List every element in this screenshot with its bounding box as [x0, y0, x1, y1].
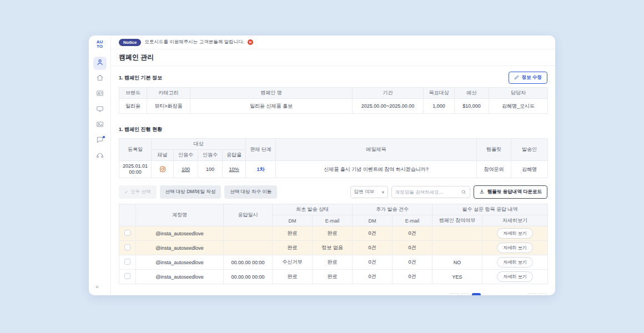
- pencil-icon: [514, 74, 520, 81]
- reg-date-line2: 00:00: [122, 169, 149, 175]
- pagination-page-2[interactable]: 2: [483, 293, 492, 295]
- sidebar-item-support[interactable]: [93, 150, 107, 163]
- cell-answered-at: 00.00.00 00:00: [224, 255, 273, 270]
- header-response-rate: 응답율: [223, 150, 246, 161]
- cell-first-dm: 완료: [273, 270, 313, 284]
- cell-count2: 100: [198, 161, 223, 178]
- notification-dot: [103, 136, 105, 138]
- responses-toolbar: ✓ 모두 선택 선택 대상 DM/메일 작성 선택 대상 차수 이동 답변 여부…: [119, 185, 547, 199]
- header-reg-date: 등록일: [119, 139, 152, 161]
- pagination-page-3[interactable]: 3: [494, 293, 503, 295]
- cell-answered-at: [224, 241, 273, 255]
- pagination-page-1[interactable]: 1: [472, 293, 481, 295]
- header-first-dm: DM: [273, 215, 313, 226]
- header-extra-send: 추가 발송 건수: [353, 204, 432, 215]
- cell-participation: [432, 241, 482, 255]
- answer-filter-value: 답변 여부: [354, 189, 374, 195]
- row-checkbox[interactable]: [124, 259, 130, 265]
- cell-extra-dm: 0건: [353, 226, 393, 241]
- cell-budget: $10,000: [455, 99, 489, 114]
- count1-link[interactable]: 100: [182, 167, 190, 172]
- app-logo: AU TO: [97, 40, 103, 49]
- response-row: @insta_autoseedlove 00.00.00 00:00 수신거부 …: [119, 255, 548, 270]
- page-title: 캠페인 관리: [119, 53, 154, 62]
- logo-line-2: TO: [97, 44, 103, 49]
- cell-response-rate: 10%: [223, 161, 246, 178]
- basic-info-section-head: 1. 캠페인 기본 정보 정보 수정: [119, 72, 547, 84]
- cell-participation: [432, 226, 482, 241]
- cell-extra-dm: 0건: [353, 255, 393, 270]
- pagination-prev-button[interactable]: <: [461, 293, 470, 295]
- pagination-last-button[interactable]: >|: [539, 293, 547, 295]
- cell-first-email: 정보 없음: [313, 241, 353, 255]
- download-icon: [479, 189, 485, 195]
- sidebar-item-profile[interactable]: [93, 57, 107, 70]
- cell-first-email: 완료: [313, 270, 353, 284]
- cell-stage: 1차: [246, 161, 276, 178]
- monitor-icon: [96, 105, 104, 115]
- cell-account: @insta_autoseedlove: [136, 241, 224, 255]
- header-first-send: 최초 발송 상태: [273, 204, 353, 215]
- answer-filter-select[interactable]: 답변 여부 ▾: [350, 186, 388, 198]
- compose-dm-button[interactable]: 선택 대상 DM/메일 작성: [160, 185, 222, 199]
- sidebar-item-home[interactable]: [93, 72, 107, 85]
- cell-first-dm: 수신거부: [273, 255, 313, 270]
- cell-account: @insta_autoseedlove: [136, 255, 224, 270]
- cell-account: @insta_autoseedlove: [136, 226, 224, 241]
- cell-manager: 김혜명_오시드: [489, 99, 548, 114]
- detail-button[interactable]: 자세히 보기: [497, 271, 532, 282]
- row-checkbox[interactable]: [124, 244, 130, 250]
- header-survey: 필수 설문 항목 응답 내역: [432, 204, 548, 215]
- search-input[interactable]: [395, 189, 459, 195]
- pagination-first-button[interactable]: |<: [450, 293, 459, 295]
- edit-info-button[interactable]: 정보 수정: [509, 72, 547, 84]
- progress-section-head: 1. 캠페인 진행 현황: [119, 124, 547, 135]
- cell-template: 참여문의: [477, 161, 511, 178]
- cell-first-email: 완료: [313, 226, 353, 241]
- app-window: AU TO » Notice 오토시드를 이용해주시는 고: [89, 36, 555, 295]
- pagination-next-button[interactable]: >: [527, 293, 536, 295]
- cell-reg-date: 2025.01.01 00:00: [119, 161, 152, 178]
- main-area: Notice 오토시드를 이용해주시는 고객분들께 알립니다. N 캠페인 관리…: [111, 36, 555, 295]
- cell-participation: YES: [432, 270, 482, 284]
- detail-button[interactable]: 자세히 보기: [497, 228, 532, 239]
- row-checkbox[interactable]: [124, 230, 130, 236]
- select-all-button[interactable]: ✓ 모두 선택: [119, 185, 157, 199]
- download-label: 템플릿 응답내역 다운로드: [487, 189, 542, 195]
- sidebar-item-media[interactable]: [93, 119, 107, 132]
- cell-campaign-name: 일리윤 신제품 홍보: [190, 99, 353, 114]
- cell-channel: [152, 161, 174, 178]
- contact-card-icon: [96, 89, 104, 99]
- cell-detail: 자세히 보기: [482, 226, 548, 241]
- sidebar-item-chat[interactable]: [93, 134, 107, 148]
- response-rate-link[interactable]: 10%: [229, 167, 239, 172]
- detail-button[interactable]: 자세히 보기: [497, 243, 532, 253]
- title-bar: 캠페인 관리: [111, 49, 555, 66]
- sidebar-item-campaign[interactable]: [93, 88, 107, 101]
- move-stage-button[interactable]: 선택 대상 차수 이동: [224, 185, 277, 199]
- cell-count1: 100: [174, 161, 198, 178]
- sidebar-item-messages[interactable]: [93, 103, 107, 117]
- sidebar-collapse-button[interactable]: »: [89, 284, 99, 290]
- select-all-label: 모두 선택: [130, 189, 150, 195]
- cell-extra-email: 0건: [393, 270, 432, 284]
- pagination-page-4[interactable]: 4: [505, 293, 514, 295]
- pagination-page-5[interactable]: 5: [516, 293, 525, 295]
- section-title-progress: 1. 캠페인 진행 현황: [119, 126, 162, 133]
- header-mail-subject: 메일제목: [276, 139, 477, 161]
- header-checkbox: [119, 204, 136, 226]
- header-first-email: E-mail: [313, 215, 353, 226]
- cell-first-email: 완료: [313, 255, 353, 270]
- detail-button[interactable]: 자세히 보기: [497, 257, 532, 268]
- reg-date-line1: 2025.01.01: [122, 163, 149, 169]
- download-button[interactable]: 템플릿 응답내역 다운로드: [474, 185, 547, 199]
- notice-text: 오토시드를 이용해주시는 고객분들께 알립니다.: [144, 39, 244, 46]
- sidebar: AU TO »: [89, 36, 111, 295]
- cell-period: 2025.00.00~2025.00.00: [353, 99, 424, 114]
- profile-icon: [96, 58, 104, 68]
- edit-info-label: 정보 수정: [522, 74, 542, 81]
- row-checkbox[interactable]: [124, 273, 130, 279]
- cell-first-dm: 완료: [273, 226, 313, 241]
- cell-participation: NO: [432, 255, 482, 270]
- notice-badge: Notice: [119, 39, 141, 46]
